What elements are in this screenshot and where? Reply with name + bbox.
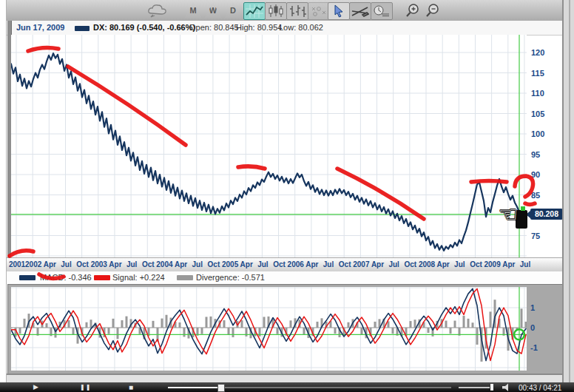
window-left-edge xyxy=(0,0,7,382)
divergence-bar xyxy=(303,328,305,334)
time-axis: 20012002AprJulOct2003AprJulOct2004AprJul… xyxy=(6,257,562,273)
divergence-bar xyxy=(467,319,470,328)
divergence-bar xyxy=(241,320,243,328)
divergence-bar xyxy=(334,328,337,334)
cursor-arrow-icon xyxy=(332,4,345,18)
divergence-bar xyxy=(232,328,234,337)
app-window: M W D Jun 17, 2009 xyxy=(0,0,574,392)
divergence-bar xyxy=(68,320,70,328)
divergence-bar xyxy=(414,320,416,328)
divergence-bar xyxy=(445,321,448,328)
price-series-swatch xyxy=(75,26,90,31)
seek-played xyxy=(168,387,217,388)
divergence-bar xyxy=(277,328,279,334)
indicator-tool-icon xyxy=(373,4,391,18)
divergence-swatch xyxy=(177,275,193,280)
line-chart-style-icon xyxy=(246,4,263,18)
macd-tick-label: 0 xyxy=(530,323,535,332)
zoom-in-button[interactable] xyxy=(402,2,423,18)
point-figure-style-button[interactable] xyxy=(308,2,330,20)
divergence-value: Divergence: -0.571 xyxy=(196,273,265,282)
divergence-bar xyxy=(126,317,128,328)
hand-cursor-icon: ☜ xyxy=(499,201,519,227)
divergence-bar xyxy=(121,320,124,328)
divergence-bar xyxy=(428,328,430,333)
macd-value: MACD: -0.346 xyxy=(40,273,92,282)
price-tick-label: 95 xyxy=(531,150,540,159)
volume-track[interactable] xyxy=(459,387,490,388)
period-monthly-button[interactable]: M xyxy=(184,2,202,18)
zoom-out-button[interactable] xyxy=(422,2,443,18)
ohlc-style-icon xyxy=(288,4,306,18)
divergence-bar xyxy=(317,322,319,328)
candlestick-style-icon xyxy=(267,4,285,18)
macd-swatch xyxy=(19,275,36,280)
macd-tick-label: -1 xyxy=(530,343,538,352)
price-line xyxy=(11,53,520,251)
divergence-bar xyxy=(11,328,13,328)
indicator-tool-button[interactable] xyxy=(371,2,393,20)
divergence-bar xyxy=(72,328,75,334)
divergence-bar xyxy=(361,328,363,334)
stop-button[interactable]: ■ xyxy=(129,382,133,392)
divergence-bar xyxy=(476,328,479,345)
period-daily-button[interactable]: D xyxy=(224,2,242,18)
divergence-bar xyxy=(108,328,110,334)
divergence-bar xyxy=(117,328,119,339)
divergence-bar xyxy=(112,319,115,328)
quote-bar: Jun 17, 2009 DX: 80.169 (-0.540, -0.66%)… xyxy=(6,21,562,36)
divergence-bar xyxy=(46,323,48,328)
window-right-edge xyxy=(562,0,574,382)
divergence-bar xyxy=(210,317,212,328)
price-tick-label: 90 xyxy=(531,170,540,179)
candlestick-style-button[interactable] xyxy=(265,2,287,20)
divergence-bar xyxy=(525,322,527,328)
divergence-bar xyxy=(450,328,452,334)
divergence-bar xyxy=(86,322,88,328)
divergence-bar xyxy=(206,317,208,328)
divergence-bar xyxy=(463,316,465,328)
period-monthly-label: M xyxy=(189,6,196,15)
divergence-bar xyxy=(228,328,230,334)
quote-high: High: 80.954 xyxy=(236,23,282,32)
cloud-annotation-icon[interactable] xyxy=(145,2,170,18)
trendline-tool-icon xyxy=(351,4,369,18)
divergence-bar xyxy=(410,321,412,328)
divergence-bar xyxy=(348,322,350,328)
divergence-bar xyxy=(472,322,474,328)
price-tick-label: 120 xyxy=(531,48,544,57)
divergence-bar xyxy=(179,322,181,328)
price-chart-plot[interactable] xyxy=(11,35,527,257)
trendline-tool-button[interactable] xyxy=(349,2,371,20)
play-button[interactable]: ▶ xyxy=(33,382,38,392)
price-tick-label: 110 xyxy=(531,89,544,98)
cursor-tool-button[interactable] xyxy=(328,2,350,20)
signal-value: Signal: +0.224 xyxy=(112,273,165,282)
player-time: 00:43 / 04:21 xyxy=(519,384,561,392)
zoom-out-icon xyxy=(425,2,441,18)
divergence-bar xyxy=(90,320,92,328)
period-daily-label: D xyxy=(230,6,236,15)
time-tick-label: Jul xyxy=(514,260,536,268)
macd-plot[interactable] xyxy=(11,287,527,371)
last-price-tag: 80.208 xyxy=(530,209,563,220)
symbol-quote: DX: 80.169 (-0.540, -0.66%) xyxy=(93,23,195,32)
ohlc-style-button[interactable] xyxy=(286,2,308,20)
pause-button[interactable]: ❚❚ xyxy=(80,382,91,392)
divergence-bar xyxy=(24,319,26,328)
macd-tick-label: 1 xyxy=(530,303,535,312)
divergence-bar xyxy=(183,328,186,337)
divergence-bar xyxy=(263,317,266,328)
seek-knob[interactable] xyxy=(217,384,225,392)
price-tick-label: 85 xyxy=(531,191,540,200)
volume-knob[interactable] xyxy=(490,384,493,391)
crosshair-point-marker xyxy=(521,206,525,211)
line-chart-style-button[interactable] xyxy=(243,2,266,20)
chart-toolbar: M W D xyxy=(6,0,562,21)
period-weekly-button[interactable]: W xyxy=(204,2,222,18)
divergence-bar xyxy=(201,328,203,334)
divergence-bar xyxy=(490,311,492,328)
quote-open: Open: 80.845 xyxy=(189,23,239,32)
divergence-bar xyxy=(516,328,519,331)
price-tick-label: 105 xyxy=(531,109,544,118)
